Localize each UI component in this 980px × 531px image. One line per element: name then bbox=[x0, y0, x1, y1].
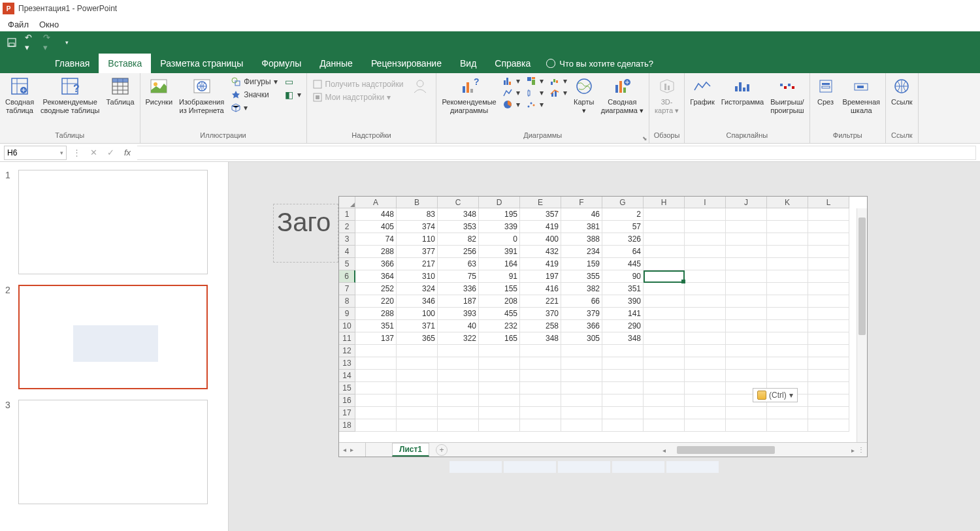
cell[interactable] bbox=[808, 394, 849, 407]
cell[interactable] bbox=[520, 407, 561, 419]
my-addins-button[interactable]: Мои надстройки ▾ bbox=[311, 91, 405, 103]
tab-review[interactable]: Рецензирование bbox=[362, 54, 451, 73]
column-headers[interactable]: ABCDEFGHIJKL bbox=[355, 197, 849, 208]
cell[interactable] bbox=[397, 394, 438, 407]
cell[interactable] bbox=[767, 370, 808, 382]
cell[interactable] bbox=[644, 332, 685, 345]
slicer-button[interactable]: Срез bbox=[813, 74, 839, 108]
cell[interactable] bbox=[438, 345, 479, 357]
cell[interactable] bbox=[808, 320, 849, 332]
tab-page-layout[interactable]: Разметка страницы bbox=[151, 54, 252, 73]
menu-window[interactable]: Окно bbox=[39, 20, 59, 29]
cell[interactable]: 370 bbox=[520, 308, 561, 320]
cell[interactable]: 75 bbox=[438, 270, 479, 283]
cell[interactable] bbox=[685, 270, 726, 283]
smartart-button[interactable]: ▭ bbox=[283, 76, 302, 88]
row-header[interactable]: 13 bbox=[339, 357, 355, 370]
col-header[interactable]: F bbox=[561, 197, 602, 208]
cell[interactable]: 187 bbox=[438, 295, 479, 308]
cell[interactable] bbox=[644, 407, 685, 419]
cell[interactable] bbox=[685, 407, 726, 419]
cell[interactable] bbox=[520, 419, 561, 432]
cell[interactable] bbox=[479, 345, 520, 357]
cell[interactable] bbox=[808, 270, 849, 283]
cell[interactable]: 348 bbox=[438, 208, 479, 221]
cell[interactable] bbox=[808, 308, 849, 320]
cell[interactable]: 221 bbox=[520, 295, 561, 308]
vscroll-thumb[interactable] bbox=[858, 217, 866, 335]
cell[interactable] bbox=[355, 345, 397, 357]
cell[interactable]: 357 bbox=[520, 208, 561, 221]
cell[interactable] bbox=[355, 394, 397, 407]
cell[interactable]: 388 bbox=[561, 233, 602, 246]
cell[interactable]: 393 bbox=[438, 308, 479, 320]
cell[interactable] bbox=[685, 394, 726, 407]
cell[interactable]: 455 bbox=[479, 308, 520, 320]
cell[interactable] bbox=[561, 345, 602, 357]
recommended-charts-button[interactable]: ?Рекомендуемые диаграммы bbox=[439, 74, 498, 116]
icons-button[interactable]: Значки bbox=[229, 89, 278, 101]
cell[interactable]: 220 bbox=[355, 295, 397, 308]
cell[interactable] bbox=[726, 320, 767, 332]
cell[interactable]: 348 bbox=[602, 332, 644, 345]
cell[interactable] bbox=[479, 394, 520, 407]
cell[interactable] bbox=[438, 382, 479, 394]
cell[interactable] bbox=[767, 320, 808, 332]
cell[interactable] bbox=[808, 407, 849, 419]
cell[interactable]: 234 bbox=[561, 246, 602, 258]
cell[interactable] bbox=[644, 419, 685, 432]
cell[interactable] bbox=[685, 258, 726, 270]
cell[interactable] bbox=[479, 419, 520, 432]
cell[interactable]: 351 bbox=[602, 283, 644, 295]
paste-options-button[interactable]: (Ctrl) ▾ bbox=[753, 388, 798, 402]
cell[interactable] bbox=[767, 221, 808, 233]
cell[interactable] bbox=[479, 357, 520, 370]
cell[interactable]: 346 bbox=[397, 295, 438, 308]
cell[interactable] bbox=[644, 382, 685, 394]
cell[interactable]: 366 bbox=[355, 258, 397, 270]
row-header[interactable]: 6 bbox=[339, 270, 355, 283]
cell[interactable]: 83 bbox=[397, 208, 438, 221]
undo-button[interactable]: ↶ ▾ bbox=[25, 37, 35, 48]
cell[interactable] bbox=[808, 283, 849, 295]
horizontal-scrollbar[interactable]: ◂▸ bbox=[661, 445, 857, 455]
tab-help[interactable]: Справка bbox=[485, 54, 540, 73]
online-pictures-button[interactable]: Изображения из Интернета bbox=[176, 74, 227, 116]
cell[interactable] bbox=[726, 208, 767, 221]
cancel-button[interactable]: ✕ bbox=[86, 146, 101, 160]
cell[interactable] bbox=[438, 407, 479, 419]
cell[interactable] bbox=[808, 208, 849, 221]
cell[interactable] bbox=[355, 419, 397, 432]
addin-people-button[interactable] bbox=[407, 74, 433, 98]
cell[interactable] bbox=[520, 345, 561, 357]
cell[interactable] bbox=[644, 320, 685, 332]
cell[interactable] bbox=[726, 419, 767, 432]
row-headers[interactable]: 123456789101112131415161718 bbox=[339, 208, 355, 432]
sheet-nav[interactable]: ◂▸ bbox=[339, 446, 365, 453]
cell[interactable] bbox=[808, 258, 849, 270]
cell[interactable] bbox=[644, 308, 685, 320]
enter-button[interactable]: ✓ bbox=[103, 146, 118, 160]
cell[interactable]: 197 bbox=[520, 270, 561, 283]
cell[interactable] bbox=[685, 357, 726, 370]
col-header[interactable]: K bbox=[767, 197, 808, 208]
cell[interactable] bbox=[767, 258, 808, 270]
hierarchy-chart-button[interactable]: ▾ bbox=[525, 76, 545, 86]
cell[interactable] bbox=[767, 332, 808, 345]
col-header[interactable]: H bbox=[644, 197, 685, 208]
cell[interactable] bbox=[726, 357, 767, 370]
cell[interactable]: 365 bbox=[397, 332, 438, 345]
redo-button[interactable]: ↷ ▾ bbox=[43, 37, 54, 48]
cell[interactable]: 232 bbox=[479, 320, 520, 332]
cell[interactable]: 63 bbox=[438, 258, 479, 270]
cell[interactable] bbox=[808, 345, 849, 357]
cell[interactable] bbox=[685, 332, 726, 345]
column-chart-button[interactable]: ▾ bbox=[502, 76, 521, 86]
cell[interactable]: 416 bbox=[520, 283, 561, 295]
row-header[interactable]: 16 bbox=[339, 394, 355, 407]
cell[interactable] bbox=[397, 382, 438, 394]
cell[interactable] bbox=[561, 370, 602, 382]
cell[interactable] bbox=[808, 382, 849, 394]
3d-map-button[interactable]: 3D- карта ▾ bbox=[652, 74, 681, 116]
cell[interactable]: 348 bbox=[520, 332, 561, 345]
